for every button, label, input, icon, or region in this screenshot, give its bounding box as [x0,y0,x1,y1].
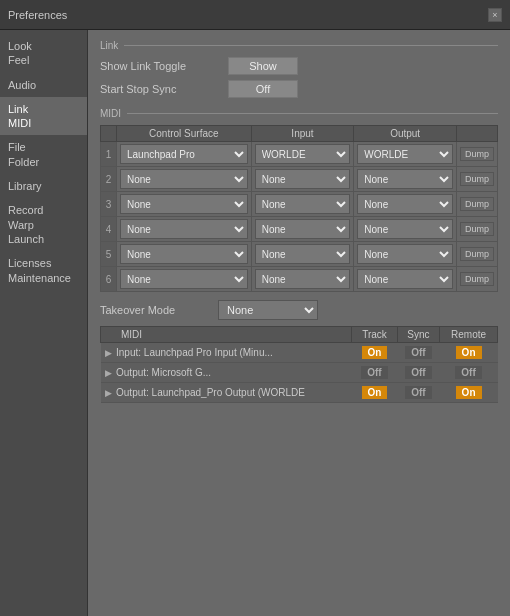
dump-button[interactable]: Dump [460,247,494,261]
midi-surface-cell[interactable]: Launchpad ProNone [117,192,252,217]
device-name-label: Output: Launchpad_Pro Output (WORLDE [116,387,305,398]
device-track-toggle[interactable]: On [362,386,388,399]
midi-input-cell[interactable]: WORLDENone [251,242,354,267]
device-name-label: Output: Microsoft G... [116,367,211,378]
device-sync-cell[interactable]: Off [397,363,439,383]
link-section: Link Show Link Toggle Show Start Stop Sy… [100,40,498,98]
device-col-track: Track [352,327,397,343]
expand-arrow-icon[interactable]: ▶ [105,368,115,378]
midi-output-select[interactable]: WORLDENone [357,269,453,289]
expand-arrow-icon[interactable]: ▶ [105,388,115,398]
midi-surface-select[interactable]: Launchpad ProNone [120,244,248,264]
midi-output-cell[interactable]: WORLDENone [354,217,457,242]
midi-row-num: 4 [101,217,117,242]
midi-dump-cell[interactable]: Dump [456,217,497,242]
device-table-row: ▶ Input: Launchpad Pro Input (Minu...OnO… [101,343,498,363]
title-bar: Preferences × [0,0,510,30]
midi-dump-cell[interactable]: Dump [456,142,497,167]
midi-input-cell[interactable]: WORLDENone [251,192,354,217]
midi-input-select[interactable]: WORLDENone [255,244,351,264]
device-sync-toggle[interactable]: Off [405,346,431,359]
dump-button[interactable]: Dump [460,197,494,211]
midi-dump-cell[interactable]: Dump [456,192,497,217]
device-track-toggle[interactable]: On [362,346,388,359]
sidebar-item-link-midi[interactable]: Link MIDI [0,97,87,136]
midi-output-cell[interactable]: WORLDENone [354,267,457,292]
dump-button[interactable]: Dump [460,147,494,161]
device-remote-cell[interactable]: On [440,343,498,363]
sidebar-item-library[interactable]: Library [0,174,87,198]
midi-output-select[interactable]: WORLDENone [357,219,453,239]
device-track-cell[interactable]: On [352,343,397,363]
device-remote-toggle[interactable]: On [456,386,482,399]
midi-row-num: 3 [101,192,117,217]
midi-output-cell[interactable]: WORLDENone [354,192,457,217]
sidebar-item-audio[interactable]: Audio [0,73,87,97]
midi-output-select[interactable]: WORLDENone [357,194,453,214]
window-title: Preferences [8,9,67,21]
midi-input-select[interactable]: WORLDENone [255,144,351,164]
device-sync-cell[interactable]: Off [397,383,439,403]
midi-output-select[interactable]: WORLDENone [357,169,453,189]
device-col-remote: Remote [440,327,498,343]
midi-surface-select[interactable]: Launchpad ProNone [120,144,248,164]
start-stop-sync-button[interactable]: Off [228,80,298,98]
midi-input-cell[interactable]: WORLDENone [251,267,354,292]
midi-table-row: 5Launchpad ProNoneWORLDENoneWORLDENoneDu… [101,242,498,267]
device-table-row: ▶ Output: Launchpad_Pro Output (WORLDEOn… [101,383,498,403]
device-name-cell: ▶ Output: Launchpad_Pro Output (WORLDE [101,383,352,403]
dump-button[interactable]: Dump [460,172,494,186]
midi-output-cell[interactable]: WORLDENone [354,242,457,267]
content-area: Link Show Link Toggle Show Start Stop Sy… [88,30,510,616]
device-track-cell[interactable]: On [352,383,397,403]
dump-button[interactable]: Dump [460,272,494,286]
midi-input-select[interactable]: WORLDENone [255,169,351,189]
device-remote-toggle[interactable]: On [456,346,482,359]
midi-input-cell[interactable]: WORLDENone [251,142,354,167]
takeover-mode-select[interactable]: None [218,300,318,320]
midi-input-select[interactable]: WORLDENone [255,194,351,214]
device-sync-toggle[interactable]: Off [405,366,431,379]
midi-input-select[interactable]: WORLDENone [255,269,351,289]
midi-surface-select[interactable]: Launchpad ProNone [120,169,248,189]
midi-dump-cell[interactable]: Dump [456,242,497,267]
sidebar-item-look-feel[interactable]: Look Feel [0,34,87,73]
midi-surface-cell[interactable]: Launchpad ProNone [117,267,252,292]
midi-output-cell[interactable]: WORLDENone [354,142,457,167]
dump-button[interactable]: Dump [460,222,494,236]
show-link-toggle-button[interactable]: Show [228,57,298,75]
midi-output-cell[interactable]: WORLDENone [354,167,457,192]
midi-input-cell[interactable]: WORLDENone [251,167,354,192]
midi-input-cell[interactable]: WORLDENone [251,217,354,242]
sidebar-item-record-warp-launch[interactable]: Record Warp Launch [0,198,87,251]
show-link-toggle-label: Show Link Toggle [100,60,220,72]
midi-output-select[interactable]: WORLDENone [357,244,453,264]
midi-table-row: 1Launchpad ProNoneWORLDENoneWORLDENoneDu… [101,142,498,167]
midi-surface-cell[interactable]: Launchpad ProNone [117,167,252,192]
midi-output-select[interactable]: WORLDENone [357,144,453,164]
close-button[interactable]: × [488,8,502,22]
midi-surface-select[interactable]: Launchpad ProNone [120,269,248,289]
midi-surface-cell[interactable]: Launchpad ProNone [117,217,252,242]
midi-dump-cell[interactable]: Dump [456,267,497,292]
sidebar-item-licenses-maintenance[interactable]: Licenses Maintenance [0,251,87,290]
midi-surface-cell[interactable]: Launchpad ProNone [117,242,252,267]
device-sync-cell[interactable]: Off [397,343,439,363]
device-sync-toggle[interactable]: Off [405,386,431,399]
device-track-cell[interactable]: Off [352,363,397,383]
midi-section-label: MIDI [100,108,498,119]
device-remote-cell[interactable]: On [440,383,498,403]
midi-surface-select[interactable]: Launchpad ProNone [120,219,248,239]
midi-input-select[interactable]: WORLDENone [255,219,351,239]
expand-arrow-icon[interactable]: ▶ [105,348,115,358]
midi-dump-cell[interactable]: Dump [456,167,497,192]
midi-surface-cell[interactable]: Launchpad ProNone [117,142,252,167]
sidebar-item-file-folder[interactable]: File Folder [0,135,87,174]
device-remote-toggle[interactable]: Off [455,366,481,379]
device-table-row: ▶ Output: Microsoft G...OffOffOff [101,363,498,383]
device-track-toggle[interactable]: Off [361,366,387,379]
device-remote-cell[interactable]: Off [440,363,498,383]
midi-surface-select[interactable]: Launchpad ProNone [120,194,248,214]
midi-table-row: 3Launchpad ProNoneWORLDENoneWORLDENoneDu… [101,192,498,217]
midi-row-num: 6 [101,267,117,292]
